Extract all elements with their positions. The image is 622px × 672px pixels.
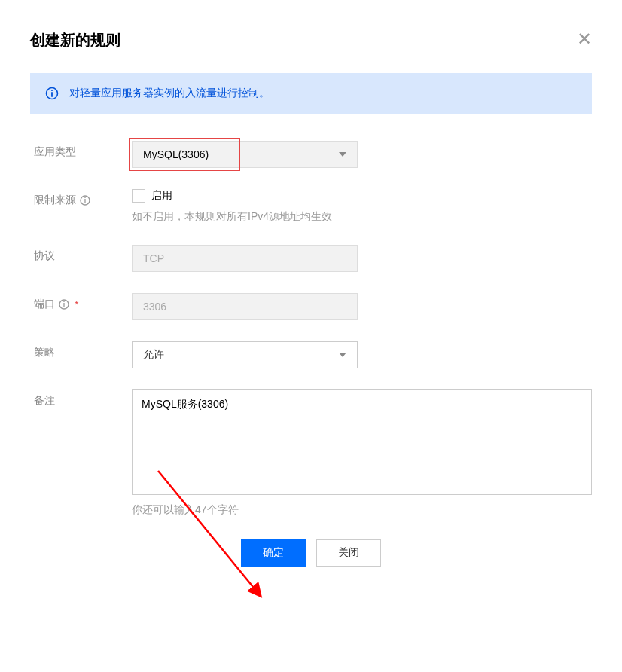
- row-restrict-source: 限制来源 i 启用 如不启用，本规则对所有IPv4源地址均生效: [30, 189, 592, 224]
- dialog-footer: 确定 关闭: [30, 539, 592, 567]
- required-mark: *: [75, 298, 78, 310]
- row-remark: 备注 你还可以输入47个字符: [30, 389, 592, 517]
- confirm-button[interactable]: 确定: [241, 539, 306, 567]
- select-policy-value: 允许: [143, 348, 164, 362]
- info-banner: 对轻量应用服务器实例的入流量进行控制。: [30, 73, 592, 114]
- label-app-type: 应用类型: [34, 141, 132, 159]
- remark-char-hint: 你还可以输入47个字符: [132, 503, 592, 517]
- input-protocol-value: TCP: [143, 252, 164, 264]
- input-port: 3306: [132, 293, 358, 320]
- row-port: 端口 i * 3306: [30, 293, 592, 320]
- help-icon[interactable]: i: [59, 299, 69, 310]
- checkbox-enable-label: 启用: [151, 189, 172, 203]
- svg-text:i: i: [84, 197, 87, 204]
- restrict-source-hint: 如不启用，本规则对所有IPv4源地址均生效: [132, 210, 592, 224]
- close-button[interactable]: 关闭: [316, 539, 381, 567]
- info-icon: [45, 87, 59, 100]
- dialog-header: 创建新的规则 ✕: [30, 30, 592, 50]
- label-policy: 策略: [34, 341, 132, 359]
- label-remark: 备注: [34, 389, 132, 408]
- label-restrict-source: 限制来源 i: [34, 189, 132, 207]
- checkbox-enable[interactable]: [132, 189, 145, 203]
- select-app-type[interactable]: MySQL(3306): [132, 141, 358, 168]
- select-app-type-value: MySQL(3306): [143, 148, 209, 160]
- create-rule-dialog: 创建新的规则 ✕ 对轻量应用服务器实例的入流量进行控制。 应用类型 MySQL(…: [0, 0, 622, 597]
- help-icon[interactable]: i: [80, 195, 90, 206]
- label-port: 端口 i *: [34, 293, 132, 311]
- info-banner-text: 对轻量应用服务器实例的入流量进行控制。: [69, 87, 270, 100]
- row-policy: 策略 允许: [30, 341, 592, 368]
- close-icon[interactable]: ✕: [577, 30, 592, 48]
- input-port-value: 3306: [143, 301, 166, 313]
- input-protocol: TCP: [132, 245, 358, 272]
- chevron-down-icon: [339, 152, 346, 157]
- label-port-text: 端口: [34, 298, 55, 311]
- select-policy[interactable]: 允许: [132, 341, 358, 368]
- dialog-title: 创建新的规则: [30, 30, 120, 50]
- row-protocol: 协议 TCP: [30, 245, 592, 272]
- svg-text:i: i: [63, 301, 66, 308]
- label-protocol: 协议: [34, 245, 132, 263]
- row-app-type: 应用类型 MySQL(3306): [30, 141, 592, 168]
- textarea-remark[interactable]: [132, 389, 592, 495]
- label-restrict-source-text: 限制来源: [34, 194, 76, 207]
- chevron-down-icon: [339, 353, 346, 357]
